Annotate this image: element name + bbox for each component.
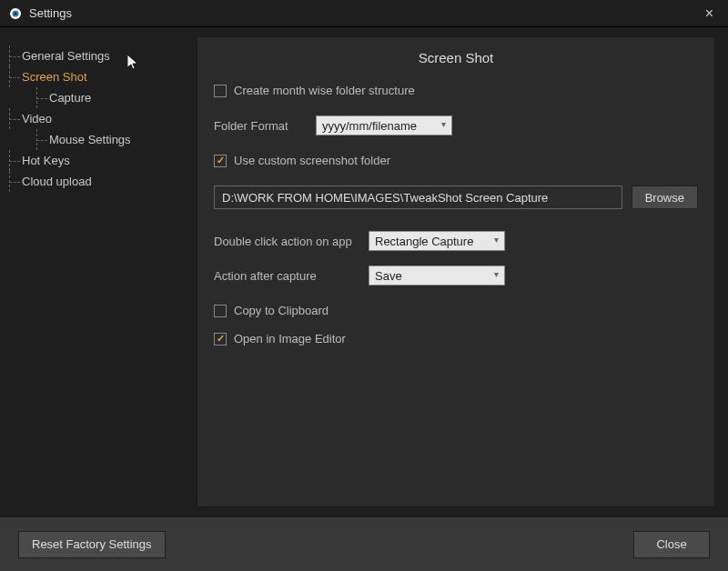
month-folder-label: Create month wise folder structure: [234, 84, 415, 97]
use-custom-checkbox[interactable]: [214, 155, 227, 167]
use-custom-label: Use custom screenshot folder: [234, 154, 390, 167]
sidebar-item-capture[interactable]: Capture: [22, 87, 182, 108]
dblclick-label: Double click action on app: [214, 235, 369, 248]
folder-format-select[interactable]: yyyy/mm/filename: [316, 115, 452, 135]
browse-button[interactable]: Browse: [632, 185, 698, 209]
folder-path-input[interactable]: [214, 185, 622, 209]
svg-point-2: [15, 12, 17, 15]
sidebar-item-cloud[interactable]: Cloud upload: [22, 171, 182, 192]
copy-clipboard-checkbox[interactable]: [214, 305, 227, 317]
window-title: Settings: [29, 6, 700, 20]
sidebar-item-mouse[interactable]: Mouse Settings: [22, 129, 182, 150]
open-editor-checkbox[interactable]: [214, 333, 227, 346]
sidebar-item-screenshot[interactable]: Screen Shot: [22, 66, 182, 87]
month-folder-checkbox[interactable]: [214, 85, 227, 97]
sidebar-item-video[interactable]: Video: [22, 108, 182, 129]
titlebar: Settings ×: [0, 0, 728, 27]
panel-title: Screen Shot: [197, 37, 714, 84]
footer: Reset Factory Settings Close: [0, 516, 728, 571]
copy-clipboard-label: Copy to Clipboard: [234, 304, 329, 317]
dblclick-select[interactable]: Rectangle Capture: [369, 231, 505, 251]
close-button[interactable]: Close: [633, 531, 710, 558]
folder-format-label: Folder Format: [214, 119, 316, 133]
after-capture-label: Action after capture: [214, 269, 369, 283]
reset-button[interactable]: Reset Factory Settings: [18, 531, 166, 558]
settings-panel: Screen Shot Create month wise folder str…: [197, 36, 715, 507]
sidebar-item-hotkeys[interactable]: Hot Keys: [22, 150, 182, 171]
app-icon: [9, 7, 22, 20]
sidebar-item-general[interactable]: General Settings: [22, 45, 182, 66]
sidebar: General Settings Screen Shot Capture Vid…: [0, 27, 191, 516]
open-editor-label: Open in Image Editor: [234, 332, 346, 346]
after-capture-select[interactable]: Save: [369, 265, 505, 286]
close-icon[interactable]: ×: [700, 5, 719, 22]
